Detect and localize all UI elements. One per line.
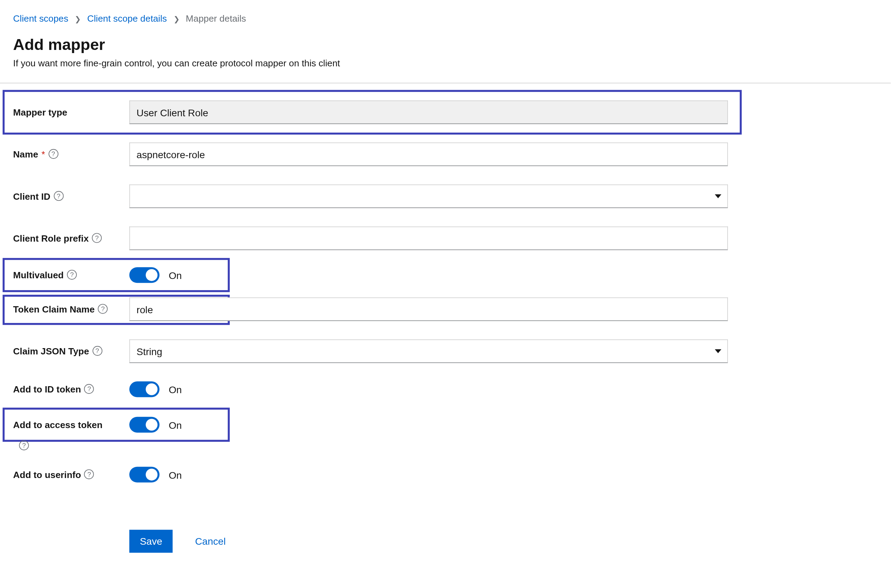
add-to-access-token-state: On [169,419,182,430]
name-input[interactable] [129,142,728,166]
add-to-id-token-state: On [169,384,182,395]
page-subtitle: If you want more fine-grain control, you… [0,58,891,82]
required-icon: * [42,149,45,160]
help-icon[interactable]: ? [84,470,94,479]
label-mapper-type: Mapper type [13,107,129,118]
mapper-type-field: User Client Role [129,100,728,124]
help-icon[interactable]: ? [54,191,63,201]
client-role-prefix-input[interactable] [129,226,728,250]
token-claim-name-input[interactable] [129,297,728,321]
help-icon[interactable]: ? [92,346,102,356]
page-title: Add mapper [0,36,891,54]
add-to-id-token-toggle[interactable] [129,381,159,397]
label-client-role-prefix: Client Role prefix ? [13,233,129,244]
label-add-to-userinfo: Add to userinfo ? [13,469,129,480]
client-id-select[interactable] [129,184,728,208]
help-icon[interactable]: ? [92,233,102,243]
chevron-right-icon: ❯ [75,15,81,23]
breadcrumb-client-scopes[interactable]: Client scopes [13,13,68,24]
label-token-claim-name: Token Claim Name ? [13,304,129,315]
label-client-id: Client ID ? [13,190,129,202]
multivalued-state: On [169,270,182,281]
save-button[interactable]: Save [129,530,172,553]
multivalued-toggle[interactable] [129,267,159,283]
label-multivalued: Multivalued ? [13,270,129,281]
breadcrumb-current: Mapper details [186,13,246,24]
add-to-access-token-toggle[interactable] [129,417,159,433]
label-add-to-access-token: Add to access token [13,419,129,430]
help-icon[interactable]: ? [84,384,94,394]
cancel-button[interactable]: Cancel [195,536,226,547]
add-to-userinfo-toggle[interactable] [129,467,159,483]
chevron-right-icon: ❯ [174,15,180,23]
help-icon[interactable]: ? [67,270,77,280]
breadcrumb-client-scope-details[interactable]: Client scope details [87,13,167,24]
claim-json-type-select[interactable]: String [129,339,728,363]
label-add-to-id-token: Add to ID token ? [13,384,129,395]
label-name: Name * ? [13,149,129,160]
breadcrumb: Client scopes ❯ Client scope details ❯ M… [0,13,891,24]
label-claim-json-type: Claim JSON Type ? [13,346,129,357]
add-to-userinfo-state: On [169,469,182,480]
help-icon[interactable]: ? [48,150,58,159]
help-icon[interactable]: ? [19,440,29,450]
help-icon[interactable]: ? [98,304,108,314]
